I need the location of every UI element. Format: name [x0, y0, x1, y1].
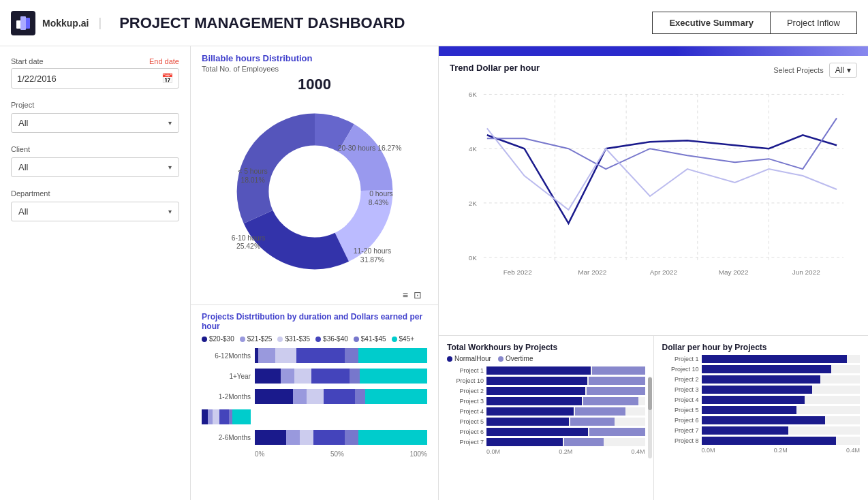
overtime-bar: [589, 377, 645, 385]
project-label: Project: [11, 101, 179, 109]
overtime-bar: [575, 407, 625, 416]
normal-hour-dot: [447, 356, 452, 362]
svg-text:25.42%: 25.42%: [236, 243, 260, 251]
bar-segment: [208, 409, 213, 424]
bar-track: [255, 389, 427, 404]
department-dropdown[interactable]: All ▾: [11, 202, 179, 221]
legend-dot: [315, 337, 321, 342]
select-projects-dropdown[interactable]: All ▾: [829, 63, 857, 78]
select-projects-label: Select Projects: [773, 66, 823, 74]
bar-segment: [202, 409, 208, 424]
legend-item: $20-$30: [202, 335, 234, 343]
bar-segment: [255, 430, 286, 445]
project-label: Project 3: [662, 386, 699, 393]
expand-icon[interactable]: ⊡: [414, 290, 422, 300]
project-label: Project 2: [447, 388, 484, 394]
workhours-bars: Project 1 Project 10 Project 2 Project 3…: [447, 366, 645, 446]
legend-item: $21-$25: [240, 335, 273, 343]
donut-title: Billable hours Distribution: [202, 53, 427, 63]
logo-area: Mokkup.ai | PROJECT MANAGEMENT DASHBOARD: [11, 11, 405, 35]
bar-label: 1-2Months: [202, 393, 251, 401]
overtime-bar: [587, 387, 645, 395]
overtime-bar: [592, 366, 645, 375]
dollar-row: Project 4: [662, 396, 861, 404]
bar-track: [255, 348, 427, 363]
tab-inflow[interactable]: Project Inflow: [770, 12, 857, 34]
bar-segment: [219, 409, 229, 424]
normal-bar: [486, 397, 582, 405]
project-label: Project 4: [447, 408, 484, 415]
bar-track: [702, 365, 861, 373]
overtime-bar: [589, 428, 645, 436]
bar-track: [202, 409, 251, 424]
dollar-bar: [702, 406, 797, 414]
svg-text:Feb 2022: Feb 2022: [503, 268, 533, 275]
bar-track: [702, 386, 861, 394]
bar-segment: [255, 389, 293, 404]
scrollbar-thumb: [648, 377, 652, 410]
bar-segment: [360, 369, 427, 384]
center-content: Billable hours Distribution Total No. of…: [191, 46, 439, 500]
client-dropdown[interactable]: All ▾: [11, 157, 179, 177]
project-dropdown[interactable]: All ▾: [11, 113, 179, 133]
overtime-bar: [570, 418, 615, 426]
bar-segment: [358, 348, 427, 363]
bar-segment: [345, 430, 358, 445]
bar-track: [702, 416, 861, 424]
bar-segment: [365, 389, 427, 404]
legend-dot: [240, 337, 245, 342]
bar-segment: [286, 430, 300, 445]
dollar-bar: [702, 386, 813, 394]
bar-segment: [258, 348, 275, 363]
bar-segment: [213, 409, 219, 424]
bar-segment: [232, 409, 251, 424]
bar-row: [202, 409, 427, 424]
bar-track: [486, 418, 645, 426]
normal-bar: [486, 366, 591, 375]
overtime-bar: [583, 397, 638, 405]
tab-executive[interactable]: Executive Summary: [652, 12, 770, 34]
top-bar: [439, 46, 868, 56]
date-input[interactable]: 1/22/2016 📅: [11, 68, 179, 89]
chart-controls: ≡ ⊡: [202, 287, 427, 303]
end-date-label: End date: [149, 57, 179, 65]
svg-text:11-20 hours: 11-20 hours: [353, 247, 390, 255]
chevron-down-icon-2: ▾: [168, 163, 172, 171]
client-label: Client: [11, 145, 179, 153]
department-value: All: [18, 206, 28, 217]
dollar-bar: [702, 416, 825, 424]
bar-segment: [355, 389, 365, 404]
svg-text:0 hours: 0 hours: [369, 190, 393, 198]
bar-track: [702, 375, 861, 384]
right-panel: Trend Dollar per hour Select Projects Al…: [439, 46, 868, 500]
brand-name: Mokkup.ai: [42, 18, 89, 29]
bar-track: [702, 437, 861, 445]
dashboard-title: PROJECT MANAGEMENT DASHBOARD: [119, 14, 405, 32]
dollar-row: Project 5: [662, 406, 861, 414]
bar-segment: [255, 369, 281, 384]
normal-bar: [486, 418, 569, 426]
dollar-bar: [702, 426, 789, 435]
workhours-row: Project 6: [447, 428, 645, 436]
scrollbar[interactable]: [648, 377, 652, 458]
bar-row: 2-6Months: [202, 430, 427, 445]
bar-segment: [275, 348, 296, 363]
overtime-dot: [498, 356, 503, 362]
project-label: Project 5: [662, 407, 699, 413]
client-value: All: [18, 162, 28, 172]
svg-text:6-10 hours: 6-10 hours: [231, 234, 265, 242]
svg-text:6K: 6K: [469, 91, 478, 98]
svg-text:8.43%: 8.43%: [368, 199, 388, 206]
normal-bar: [486, 387, 585, 395]
donut-total: 1000: [202, 76, 427, 93]
bar-track: [486, 397, 645, 405]
bar-segment: [293, 389, 307, 404]
bar-label: 1+Year: [202, 373, 251, 380]
bar-segment: [281, 369, 294, 384]
dollar-bars: Project 1 Project 10 Project 2 Project 3…: [662, 355, 861, 445]
filter-icon[interactable]: ≡: [403, 290, 408, 300]
project-label: Project 6: [447, 428, 484, 435]
bar-row: 6-12Months: [202, 348, 427, 363]
bar-track: [486, 438, 645, 446]
svg-point-8: [272, 149, 357, 234]
